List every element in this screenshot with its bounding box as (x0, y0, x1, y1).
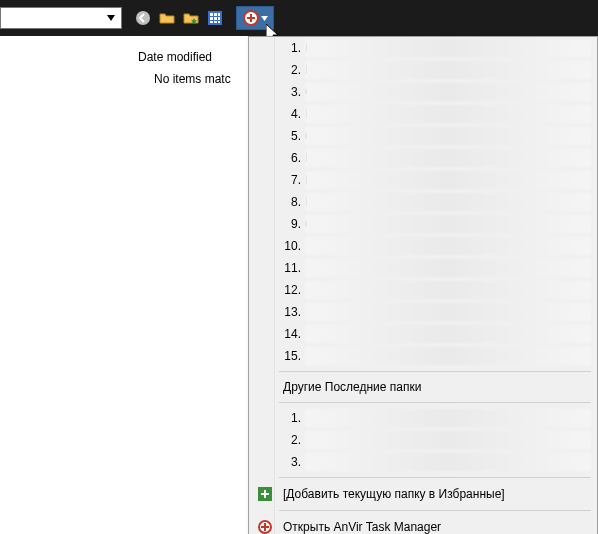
item-blurred-text (305, 39, 591, 57)
svg-rect-10 (218, 21, 220, 23)
plus-circle-icon (243, 10, 259, 26)
item-number: 1. (283, 41, 301, 55)
item-blurred-text (305, 281, 591, 299)
item-blurred-text (305, 105, 591, 123)
item-blurred-text (305, 237, 591, 255)
folder-star-icon[interactable] (182, 9, 200, 27)
item-blurred-text (305, 149, 591, 167)
item-blurred-text (305, 303, 591, 321)
empty-list-message: No items matc (154, 72, 231, 86)
item-number: 2. (283, 63, 301, 77)
item-number: 2. (283, 433, 301, 447)
recent-folder-item[interactable]: 4.D (249, 103, 597, 125)
item-blurred-text (305, 347, 591, 365)
grid-view-icon[interactable] (206, 9, 224, 27)
recent-folder-item[interactable]: 10. (249, 235, 597, 257)
item-blurred-text (305, 171, 591, 189)
item-number: 9. (283, 217, 301, 231)
item-blurred-text (305, 83, 591, 101)
recent-folder-item[interactable]: 13. (249, 301, 597, 323)
svg-rect-9 (214, 21, 217, 23)
recent-folder-item[interactable]: 14. (249, 323, 597, 345)
svg-rect-7 (218, 17, 220, 20)
svg-rect-8 (210, 21, 213, 23)
address-combo[interactable] (0, 7, 122, 29)
item-number: 4. (283, 107, 301, 121)
item-number: 6. (283, 151, 301, 165)
recent-folder-item[interactable]: 1.D (249, 37, 597, 59)
plus-circle-icon (257, 519, 273, 534)
toolbar-icons (134, 9, 224, 27)
svg-rect-6 (214, 17, 217, 20)
svg-point-0 (136, 11, 150, 25)
item-number: 8. (283, 195, 301, 209)
item-number: 3. (283, 85, 301, 99)
item-blurred-text (305, 325, 591, 343)
toolbar (0, 0, 598, 36)
column-header-date-modified[interactable]: Date modified (138, 50, 212, 64)
item-number: 5. (283, 129, 301, 143)
recent-folder-item[interactable]: 2.D (249, 59, 597, 81)
recent-folders-dropdown-button[interactable] (236, 6, 274, 30)
back-arrow-icon[interactable] (134, 9, 152, 27)
item-number: 3. (283, 455, 301, 469)
recent-folder-item[interactable]: 11. (249, 257, 597, 279)
menu-separator (279, 371, 591, 372)
recent-folder-item[interactable]: 1. (249, 407, 597, 429)
item-blurred-text (305, 259, 591, 277)
chevron-down-icon (261, 16, 268, 21)
svg-rect-3 (214, 13, 217, 16)
menu-separator (279, 402, 591, 403)
add-to-favorites-item[interactable]: [Добавить текущую папку в Избранные] (249, 482, 597, 506)
recent-folder-item[interactable]: 9.C (249, 213, 597, 235)
item-blurred-text (305, 215, 591, 233)
recent-folder-item[interactable]: 3.C (249, 81, 597, 103)
recent-folder-item[interactable]: 2. (249, 429, 597, 451)
item-number: 15. (283, 349, 301, 363)
section-label-other-recent: Другие Последние папки (249, 376, 597, 398)
svg-rect-4 (218, 13, 220, 16)
recent-folder-item[interactable]: 3. (249, 451, 597, 473)
item-number: 7. (283, 173, 301, 187)
recent-folder-item[interactable]: 8.D (249, 191, 597, 213)
recent-folder-item[interactable]: 15. (249, 345, 597, 367)
recent-folder-item[interactable]: 7.D (249, 169, 597, 191)
folder-open-icon[interactable] (158, 9, 176, 27)
recent-folder-item[interactable]: 5.C (249, 125, 597, 147)
item-number: 13. (283, 305, 301, 319)
recent-folder-item[interactable]: 12. (249, 279, 597, 301)
item-number: 14. (283, 327, 301, 341)
item-blurred-text (305, 431, 591, 449)
menu-separator (279, 510, 591, 511)
plus-square-icon (257, 486, 273, 502)
svg-rect-2 (210, 13, 213, 16)
item-number: 1. (283, 411, 301, 425)
item-blurred-text (305, 409, 591, 427)
item-blurred-text (305, 127, 591, 145)
item-number: 10. (283, 239, 301, 253)
open-anvir-label: Открыть AnVir Task Manager (283, 520, 597, 534)
recent-folders-menu: 1.D2.D3.C4.D5.C6.D7.D8.D9.C10.11.12.13.1… (248, 36, 598, 534)
item-number: 11. (283, 261, 301, 275)
item-blurred-text (305, 193, 591, 211)
menu-separator (279, 477, 591, 478)
item-blurred-text (305, 61, 591, 79)
svg-rect-5 (210, 17, 213, 20)
add-to-favorites-label: [Добавить текущую папку в Избранные] (283, 487, 597, 501)
combo-dropdown-arrow[interactable] (103, 8, 119, 28)
open-anvir-item[interactable]: Открыть AnVir Task Manager (249, 515, 597, 534)
item-number: 12. (283, 283, 301, 297)
item-blurred-text (305, 453, 591, 471)
recent-folder-item[interactable]: 6.D (249, 147, 597, 169)
